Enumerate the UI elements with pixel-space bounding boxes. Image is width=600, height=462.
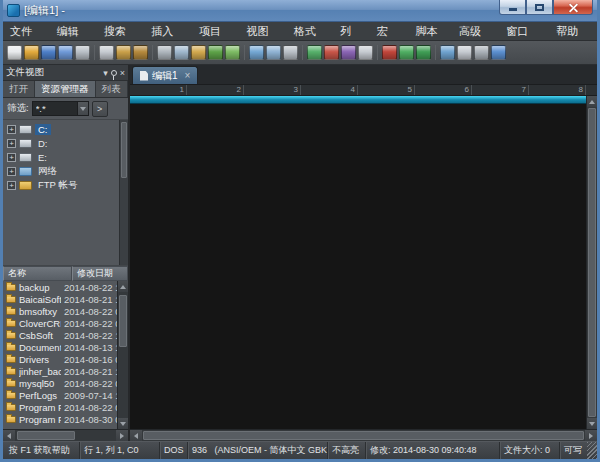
help-icon[interactable] xyxy=(491,45,506,60)
menu-item[interactable]: 列(L) xyxy=(333,22,369,40)
sidebar-tab[interactable]: 资源管理器 xyxy=(35,81,96,97)
column-header-name[interactable]: 名称 xyxy=(3,266,72,281)
sort-file-icon[interactable] xyxy=(457,45,472,60)
scroll-down-icon[interactable] xyxy=(118,418,128,429)
file-list-row[interactable]: CloverCRM 2014-08-22 08 xyxy=(3,317,117,329)
tab-edit1[interactable]: 编辑1 × xyxy=(132,66,198,84)
menu-item[interactable]: 编辑(E) xyxy=(50,22,97,40)
file-list-row[interactable]: BaicaiSoft 2014-08-21 16 xyxy=(3,293,117,305)
status-line-ending-mode[interactable]: DOS xyxy=(159,442,187,459)
file-list-scrollbar[interactable] xyxy=(117,281,128,429)
sidebar-tab[interactable]: 打开 xyxy=(3,81,35,97)
sidebar-tab[interactable]: 列表 xyxy=(96,81,128,97)
print-icon[interactable] xyxy=(99,45,114,60)
scroll-left-icon[interactable] xyxy=(130,430,142,441)
configuration-icon[interactable] xyxy=(474,45,489,60)
scroll-up-icon[interactable] xyxy=(118,281,128,292)
status-syntax-highlight[interactable]: 不高亮 xyxy=(327,442,365,459)
save-file-icon[interactable] xyxy=(41,45,56,60)
menu-item[interactable]: 宏(M) xyxy=(370,22,409,40)
menu-item[interactable]: 视图(V) xyxy=(239,22,286,40)
spell-check-icon[interactable] xyxy=(358,45,373,60)
cut-icon[interactable] xyxy=(157,45,172,60)
file-list-row[interactable]: PerfLogs 2009-07-14 11 xyxy=(3,389,117,401)
show-line-numbers-icon[interactable] xyxy=(283,45,298,60)
editor-vscrollbar[interactable] xyxy=(586,96,597,429)
color-picker-icon[interactable] xyxy=(324,45,339,60)
status-encoding[interactable]: 936 (ANSI/OEM - 简体中文 GBK) xyxy=(187,442,327,459)
replace-icon[interactable] xyxy=(133,45,148,60)
pin-icon[interactable] xyxy=(111,70,117,76)
filter-apply-button[interactable]: > xyxy=(92,101,108,117)
menu-item[interactable]: 格式(T) xyxy=(287,22,334,40)
tree-item[interactable]: + D: xyxy=(3,136,119,150)
tree-expander-icon[interactable]: + xyxy=(7,181,16,190)
save-all-icon[interactable] xyxy=(58,45,73,60)
file-list-row[interactable]: jinher_backup 2014-08-21 18 xyxy=(3,365,117,377)
open-file-icon[interactable] xyxy=(24,45,39,60)
undo-icon[interactable] xyxy=(208,45,223,60)
word-wrap-icon[interactable] xyxy=(266,45,281,60)
combo-dropdown-icon[interactable] xyxy=(77,102,88,115)
run-script-icon[interactable] xyxy=(416,45,431,60)
file-list-row[interactable]: Program File... 2014-08-30 09 xyxy=(3,413,117,425)
close-file-icon[interactable] xyxy=(75,45,90,60)
close-button[interactable] xyxy=(553,0,593,15)
tab-close-icon[interactable]: × xyxy=(185,71,191,81)
tree-expander-icon[interactable]: + xyxy=(7,167,16,176)
find-icon[interactable] xyxy=(116,45,131,60)
column-header-date[interactable]: 修改日期 xyxy=(72,266,128,281)
menu-item[interactable]: 文件(F) xyxy=(3,22,50,40)
status-writable[interactable]: 可写 xyxy=(559,442,587,459)
menu-item[interactable]: 帮助(H) xyxy=(549,22,597,40)
file-list-hscrollbar[interactable] xyxy=(3,429,128,441)
editor-area[interactable] xyxy=(130,96,586,429)
tag-list-icon[interactable] xyxy=(341,45,356,60)
menu-item[interactable]: 项目(P) xyxy=(192,22,239,40)
chevron-down-icon[interactable]: ▾ xyxy=(103,68,108,78)
tree-expander-icon[interactable]: + xyxy=(7,125,16,134)
copy-icon[interactable] xyxy=(174,45,189,60)
tree-scrollbar[interactable] xyxy=(119,120,128,265)
file-list-row[interactable]: CsbSoft 2014-08-22 11 xyxy=(3,329,117,341)
filter-input[interactable] xyxy=(33,102,77,115)
file-list-row[interactable]: Documents 2014-08-13 14 xyxy=(3,341,117,353)
menu-item[interactable]: 插入(N) xyxy=(144,22,192,40)
html-preview-icon[interactable] xyxy=(307,45,322,60)
macro-record-icon[interactable] xyxy=(382,45,397,60)
file-list-row[interactable]: Program Files 2014-08-22 08 xyxy=(3,401,117,413)
file-modified-date: 2014-08-22 10 xyxy=(64,282,117,293)
menu-item[interactable]: 脚本(I) xyxy=(409,22,452,40)
macro-play-icon[interactable] xyxy=(399,45,414,60)
panel-close-icon[interactable]: × xyxy=(120,68,125,78)
tree-item[interactable]: + E: xyxy=(3,150,119,164)
file-list-row[interactable]: bmsoftxy 2014-08-22 08 xyxy=(3,305,117,317)
tree-item[interactable]: + C: xyxy=(3,122,119,136)
scroll-right-icon[interactable] xyxy=(116,430,128,441)
editor-hscrollbar[interactable] xyxy=(130,429,597,441)
column-mode-icon[interactable] xyxy=(249,45,264,60)
menu-item[interactable]: 高级(A) xyxy=(452,22,499,40)
tree-item[interactable]: + FTP 帐号 xyxy=(3,178,119,192)
scroll-left-icon[interactable] xyxy=(3,430,15,441)
tab-label: 编辑1 xyxy=(152,69,178,83)
file-compare-icon[interactable] xyxy=(440,45,455,60)
tree-expander-icon[interactable]: + xyxy=(7,153,16,162)
minimize-button[interactable] xyxy=(499,0,526,15)
file-list-row[interactable]: mysql50 2014-08-22 08 xyxy=(3,377,117,389)
resize-grip[interactable] xyxy=(587,442,597,459)
tree-item[interactable]: + 网络 xyxy=(3,164,119,178)
scroll-right-icon[interactable] xyxy=(585,430,597,441)
file-list-row[interactable]: Drivers 2014-08-16 09 xyxy=(3,353,117,365)
menu-item[interactable]: 搜索(S) xyxy=(97,22,144,40)
file-list-row[interactable]: backup 2014-08-22 10 xyxy=(3,281,117,293)
scroll-up-icon[interactable] xyxy=(587,96,597,107)
scroll-down-icon[interactable] xyxy=(587,418,597,429)
menu-item[interactable]: 窗口(W) xyxy=(499,22,549,40)
paste-icon[interactable] xyxy=(191,45,206,60)
maximize-button[interactable] xyxy=(526,0,553,15)
tree-expander-icon[interactable]: + xyxy=(7,139,16,148)
redo-icon[interactable] xyxy=(225,45,240,60)
new-file-icon[interactable] xyxy=(7,45,22,60)
filter-combobox[interactable] xyxy=(32,101,89,116)
